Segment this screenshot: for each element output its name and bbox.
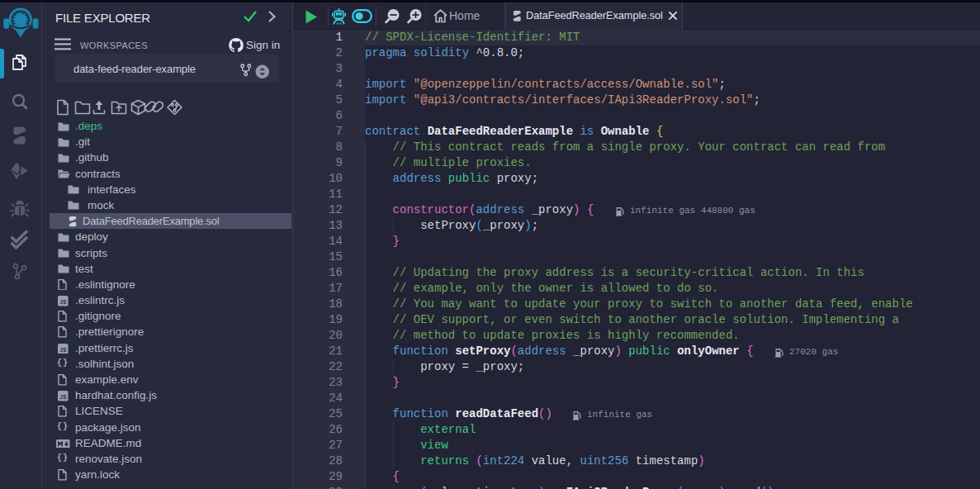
svg-text:JS: JS [59, 346, 67, 352]
svg-text:JS: JS [59, 299, 67, 305]
svg-text:JS: JS [59, 394, 67, 400]
